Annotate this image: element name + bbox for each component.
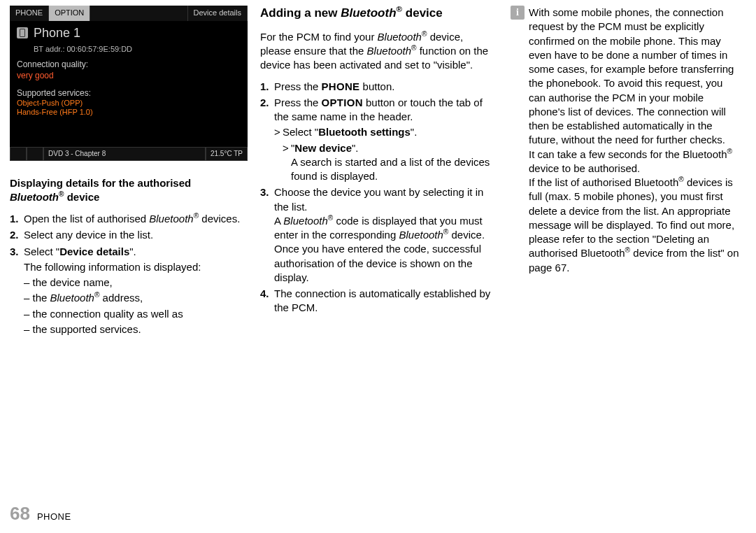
pcm-quality-label: Connection quality:: [17, 59, 241, 70]
pcm-services-label: Supported services:: [17, 87, 241, 99]
pcm-footer-temp: 21.5°C TP: [206, 147, 248, 161]
col2-step-1: 1. Press the PHONE button.: [260, 80, 491, 94]
pcm-tab-option: OPTION: [49, 6, 90, 21]
pcm-service-hfp: Hands-Free (HFP 1.0): [17, 108, 241, 118]
page-footer: 68 PHONE: [10, 502, 71, 526]
phone-icon: [17, 27, 28, 38]
pcm-tabs: PHONE OPTION Device details: [10, 6, 248, 21]
col2-heading: Adding a new Bluetooth® device: [260, 6, 491, 22]
pcm-screenshot: PHONE OPTION Device details Phone 1 BT a…: [10, 6, 248, 161]
col2-step-3: 3. Choose the device you want by selecti…: [260, 185, 491, 285]
col1-heading: Displaying details for the authorised Bl…: [10, 176, 241, 204]
pcm-footer: DVD 3 - Chapter 8 21.5°C TP: [10, 147, 248, 161]
page-number: 68: [10, 502, 30, 526]
pcm-tab-phone: PHONE: [10, 6, 49, 21]
col2-step-4: 4. The connection is automatically estab…: [260, 287, 491, 315]
info-p1: With some mobile phones, the connection …: [529, 6, 734, 145]
info-block: i With some mobile phones, the connectio…: [511, 6, 741, 275]
pcm-footer-media: DVD 3 - Chapter 8: [43, 147, 206, 161]
info-p2: It can take a few seconds for the Blueto…: [529, 148, 732, 174]
col2-step-2: 2. Press the OPTION button or touch the …: [260, 96, 491, 184]
step-2: 2. Select any device in the list.: [10, 228, 241, 242]
info-p3: If the list of authorised Bluetooth® dev…: [529, 176, 739, 273]
info-icon: i: [511, 6, 525, 20]
col2-intro: For the PCM to find your Bluetooth® devi…: [260, 30, 491, 73]
pcm-quality-value: very good: [17, 70, 241, 81]
step-1: 1. Open the list of authorised Bluetooth…: [10, 212, 241, 226]
pcm-service-opp: Object-Push (OPP): [17, 99, 241, 108]
pcm-bt-addr: BT addr.: 00:60:57:9E:59:DD: [10, 44, 248, 55]
section-label: PHONE: [37, 511, 71, 523]
step-3: 3. Select "Device details". The followin…: [10, 245, 241, 337]
pcm-phone-title: Phone 1: [34, 24, 80, 41]
pcm-tab-details: Device details: [188, 6, 248, 21]
